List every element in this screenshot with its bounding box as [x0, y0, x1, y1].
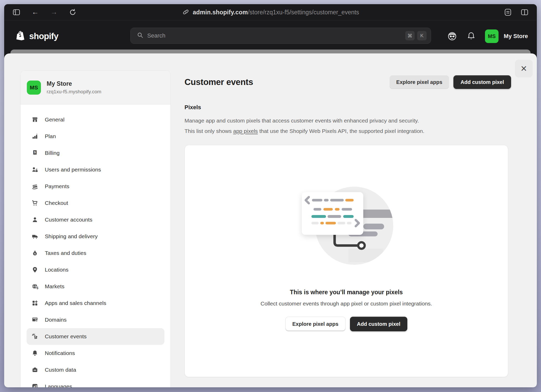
browser-cursor-icon [31, 316, 39, 323]
sidebar-item-label: Customer events [45, 333, 87, 340]
sidebar-item-shipping-and-delivery[interactable]: Shipping and delivery [27, 228, 164, 245]
close-button[interactable]: ✕ [515, 60, 533, 77]
pixels-description: Manage app and custom pixels that access… [185, 115, 511, 136]
store-name-label[interactable]: My Store [504, 33, 528, 40]
card-hand-icon [31, 183, 39, 190]
search-bar[interactable]: ⌘ K [130, 28, 431, 44]
sidebar-item-label: Billing [45, 150, 60, 156]
bell-icon [31, 350, 39, 357]
link-icon [182, 8, 189, 16]
sidebar-toggle-icon[interactable] [11, 7, 21, 17]
sidebar-item-payments[interactable]: Payments [27, 178, 164, 195]
sidebar-item-markets[interactable]: $Markets [27, 278, 164, 295]
url-host: admin.shopify.com [193, 9, 248, 16]
split-view-icon[interactable] [520, 7, 530, 17]
command-keycap: ⌘ [405, 31, 415, 40]
bar-chart-icon [31, 133, 39, 140]
notifications-bell-icon[interactable] [466, 31, 476, 41]
reload-icon[interactable] [68, 7, 78, 17]
store-avatar: MS [27, 81, 41, 95]
sidebar-item-taxes-and-duties[interactable]: Taxes and duties [27, 245, 164, 261]
url-path: /store/rzq1xu-f5/settings/customer_event… [248, 9, 359, 16]
explore-pixel-apps-button[interactable]: Explore pixel apps [390, 75, 449, 89]
shopify-logo: shopify [16, 30, 58, 42]
pixels-empty-state-card: This is where you’ll manage your pixels … [185, 145, 508, 377]
shopify-wordmark: shopify [29, 31, 58, 41]
money-bag-percent-icon [31, 249, 39, 257]
sidebar-item-billing[interactable]: $Billing [27, 145, 164, 161]
settings-sidebar: MS My Store rzq1xu-f5.myshopify.com Gene… [20, 70, 171, 387]
sidebar-item-label: Shipping and delivery [45, 233, 98, 240]
sidebar-item-customer-events[interactable]: Customer events [27, 328, 164, 345]
sidebar-item-users-and-permissions[interactable]: Users and permissions [27, 161, 164, 178]
extensions-icon[interactable] [503, 7, 513, 17]
cursor-click-icon [31, 333, 39, 340]
settings-main: Customer events Explore pixel apps Add c… [185, 53, 511, 377]
sidebar-item-customer-accounts[interactable]: Customer accounts [27, 211, 164, 228]
sidebar-item-label: Custom data [45, 367, 76, 373]
sidebar-item-label: Markets [45, 283, 64, 290]
sidebar-item-label: Taxes and duties [45, 250, 86, 256]
translate-icon: A [31, 383, 39, 387]
browser-window: ← → admin.shopify.com/store/rzq1xu-f5/se… [4, 4, 537, 387]
search-input[interactable] [147, 32, 403, 39]
search-icon [137, 32, 144, 40]
cart-icon [31, 199, 39, 207]
sidebar-item-label: Languages [45, 383, 72, 387]
storefront-icon [31, 116, 39, 123]
sidebar-item-label: Apps and sales channels [45, 300, 106, 306]
explore-pixel-apps-button[interactable]: Explore pixel apps [285, 317, 346, 331]
settings-nav: GeneralPlan$BillingUsers and permissions… [21, 105, 170, 387]
svg-text:$: $ [36, 286, 38, 290]
sidebar-item-locations[interactable]: Locations [27, 261, 164, 278]
sidekick-icon[interactable] [447, 31, 457, 41]
sidebar-item-label: Plan [45, 133, 56, 139]
map-pin-icon [31, 266, 39, 273]
shopify-bag-icon [16, 30, 27, 42]
add-custom-pixel-button[interactable]: Add custom pixel [350, 317, 408, 331]
person-icon [31, 216, 39, 223]
sidebar-item-notifications[interactable]: Notifications [27, 345, 164, 362]
app-pixels-link[interactable]: app pixels [233, 128, 258, 134]
globe-dollar-icon: $ [31, 283, 39, 290]
sidebar-item-languages[interactable]: ALanguages [27, 378, 164, 387]
receipt-icon: $ [31, 149, 39, 157]
store-avatar[interactable]: MS [485, 29, 499, 43]
empty-state-subtitle: Collect customer events through app pixe… [261, 301, 432, 307]
empty-state-title: This is where you’ll manage your pixels [290, 289, 403, 296]
back-icon[interactable]: ← [30, 7, 40, 17]
browser-toolbar: ← → admin.shopify.com/store/rzq1xu-f5/se… [4, 4, 537, 20]
sidebar-item-label: Locations [45, 267, 69, 273]
svg-text:$: $ [34, 150, 36, 154]
sidebar-item-label: General [45, 117, 64, 123]
sidebar-item-label: Customer accounts [45, 217, 93, 223]
sidebar-item-apps-and-sales-channels[interactable]: Apps and sales channels [27, 295, 164, 311]
k-keycap: K [417, 31, 427, 40]
main-header: Customer events Explore pixel apps Add c… [185, 75, 511, 89]
store-domain: rzq1xu-f5.myshopify.com [47, 89, 101, 95]
apps-grid-plus-icon [31, 299, 39, 307]
sidebar-item-checkout[interactable]: Checkout [27, 195, 164, 211]
address-bar[interactable]: admin.shopify.com/store/rzq1xu-f5/settin… [182, 4, 359, 20]
toolbox-icon [31, 366, 39, 373]
sidebar-item-plan[interactable]: Plan [27, 128, 164, 145]
page-title: Customer events [185, 77, 253, 87]
forward-icon[interactable]: → [49, 7, 59, 17]
sidebar-item-label: Users and permissions [45, 167, 101, 173]
add-custom-pixel-button[interactable]: Add custom pixel [453, 75, 511, 89]
sidebar-item-custom-data[interactable]: Custom data [27, 362, 164, 378]
sidebar-item-label: Notifications [45, 350, 75, 356]
store-header: MS My Store rzq1xu-f5.myshopify.com [21, 71, 170, 105]
sidebar-item-general[interactable]: General [27, 111, 164, 128]
shopify-topbar: shopify ⌘ K [4, 20, 537, 52]
sidebar-item-label: Domains [45, 317, 67, 323]
pixels-heading: Pixels [185, 104, 511, 111]
user-lock-icon [31, 166, 39, 173]
pixels-illustration [297, 182, 396, 271]
sidebar-item-domains[interactable]: Domains [27, 311, 164, 328]
truck-icon [31, 233, 39, 240]
svg-text:A: A [33, 385, 36, 387]
sidebar-item-label: Checkout [45, 200, 68, 206]
close-icon: ✕ [520, 64, 527, 74]
sidebar-item-label: Payments [45, 183, 69, 189]
